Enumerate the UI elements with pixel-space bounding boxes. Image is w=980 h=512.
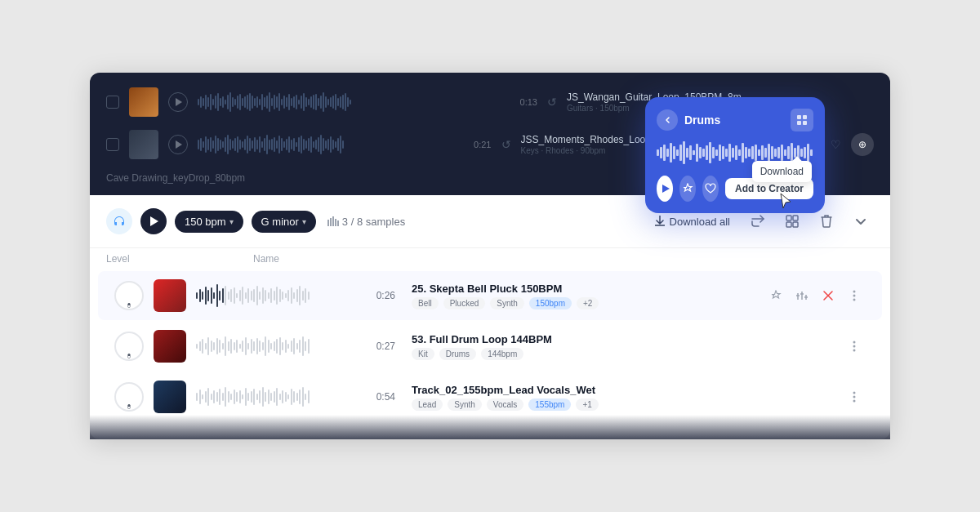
track-duration: 0:13 (514, 97, 537, 107)
tag-bell[interactable]: Bell (412, 297, 439, 309)
wave-bar (335, 141, 336, 148)
track-more-button[interactable] (843, 385, 866, 408)
wave-bar (244, 139, 246, 150)
knob-circle: 0 (114, 332, 144, 361)
download-all-button[interactable]: Download all (648, 211, 737, 233)
level-knob[interactable]: 0 (114, 332, 144, 361)
level-knob[interactable]: 0 (114, 382, 144, 412)
track-thumbnail (154, 279, 186, 312)
wave-bar (262, 287, 264, 304)
tag-drums[interactable]: Drums (439, 348, 476, 360)
refresh-icon[interactable]: ↺ (501, 138, 511, 151)
wave-bar (242, 394, 243, 399)
track-more-button[interactable] (843, 335, 866, 358)
track-thumbnail (129, 130, 158, 159)
wave-bar (228, 341, 229, 351)
track-remove-button[interactable] (817, 284, 840, 307)
wave-bar (232, 97, 234, 107)
main-play-button[interactable] (140, 208, 167, 234)
waveform[interactable] (196, 333, 359, 359)
wave-bar (259, 292, 261, 300)
svg-rect-0 (327, 220, 329, 226)
wave-bar (660, 147, 662, 158)
tag-bpm[interactable]: 150bpm (529, 297, 572, 309)
track-equalizer-button[interactable] (791, 284, 813, 307)
track-play-button[interactable] (168, 135, 188, 154)
wave-bar (315, 94, 317, 110)
wave-bar (239, 390, 241, 403)
tag-plucked[interactable]: Plucked (443, 297, 486, 309)
wave-bar (323, 138, 324, 151)
level-knob[interactable]: 0 (114, 281, 144, 310)
popup-back-button[interactable] (657, 109, 678, 131)
track-checkbox[interactable] (106, 138, 119, 151)
wave-bar (200, 138, 202, 151)
tag-more[interactable]: +2 (577, 297, 599, 309)
main-container: 0:13 ↺ JS_Wangan_Guitar_Loop_150BPM_8m G… (90, 73, 890, 439)
key-button[interactable]: G minor ▾ (252, 211, 316, 233)
wave-bar (291, 98, 292, 106)
tag-synth[interactable]: Synth (490, 297, 524, 309)
svg-point-23 (853, 400, 856, 403)
track-play-button[interactable] (168, 92, 188, 112)
wave-bar (245, 292, 247, 299)
popup-heart-button[interactable] (702, 176, 719, 202)
add-to-creator-icon[interactable]: ⊕ (851, 133, 874, 156)
track-row: 0 (98, 271, 882, 320)
wave-bar (229, 92, 231, 112)
wave-bar (236, 392, 238, 402)
popup-star-button[interactable] (679, 176, 696, 202)
wave-bar (225, 387, 226, 407)
wave-bar (288, 136, 290, 153)
bpm-button[interactable]: 150 bpm ▾ (175, 211, 243, 233)
tag-synth[interactable]: Synth (448, 398, 482, 411)
wave-bar (287, 394, 289, 399)
expand-button[interactable] (848, 208, 874, 234)
svg-point-16 (853, 295, 856, 297)
wave-bar (220, 140, 221, 149)
wave-bar (719, 145, 721, 161)
wave-bar (265, 392, 266, 402)
wave-bar (199, 341, 201, 351)
wave-bar (207, 337, 209, 355)
track-name: Track_02_155bpm_Lead Vocals_Wet (412, 384, 833, 396)
wave-bar (712, 147, 715, 158)
wave-bar (225, 100, 226, 105)
svg-rect-26 (797, 121, 801, 125)
track-more-button[interactable] (843, 284, 866, 307)
wave-bar (722, 146, 724, 159)
waveform[interactable] (196, 283, 359, 309)
track-checkbox[interactable] (106, 96, 119, 109)
delete-button[interactable] (813, 208, 840, 234)
wave-bar (216, 392, 218, 402)
wave-bar (227, 95, 229, 109)
wave-bar (198, 140, 199, 149)
track-name: 53. Full Drum Loop 144BPM (412, 333, 833, 345)
wave-bar (198, 99, 199, 105)
svg-point-20 (853, 349, 856, 352)
popup-play-button[interactable] (657, 176, 673, 202)
tag-vocals[interactable]: Vocals (487, 398, 523, 411)
wave-bar (279, 289, 281, 302)
wave-bar (234, 287, 235, 304)
svg-rect-6 (793, 216, 798, 220)
tag-lead[interactable]: Lead (412, 398, 443, 411)
wave-bar (259, 390, 261, 403)
tag-kit[interactable]: Kit (412, 348, 434, 360)
wave-bar (276, 287, 278, 305)
tag-more[interactable]: +1 (576, 398, 598, 411)
wave-bar (225, 137, 226, 152)
tag-bpm[interactable]: 155bpm (528, 398, 571, 411)
refresh-icon[interactable]: ↺ (547, 96, 557, 109)
heart-icon[interactable]: ♡ (831, 138, 841, 151)
thumb-image (129, 130, 158, 159)
waveform[interactable] (196, 384, 359, 410)
wave-bar (308, 339, 310, 354)
tag-bpm[interactable]: 144bpm (481, 348, 523, 360)
wave-bar (761, 145, 764, 160)
popup-grid-button[interactable] (791, 109, 813, 131)
headphone-button[interactable] (106, 208, 132, 234)
track-star-button[interactable] (764, 284, 787, 307)
wave-bar (278, 93, 280, 111)
track-duration: 0:27 (369, 341, 395, 352)
